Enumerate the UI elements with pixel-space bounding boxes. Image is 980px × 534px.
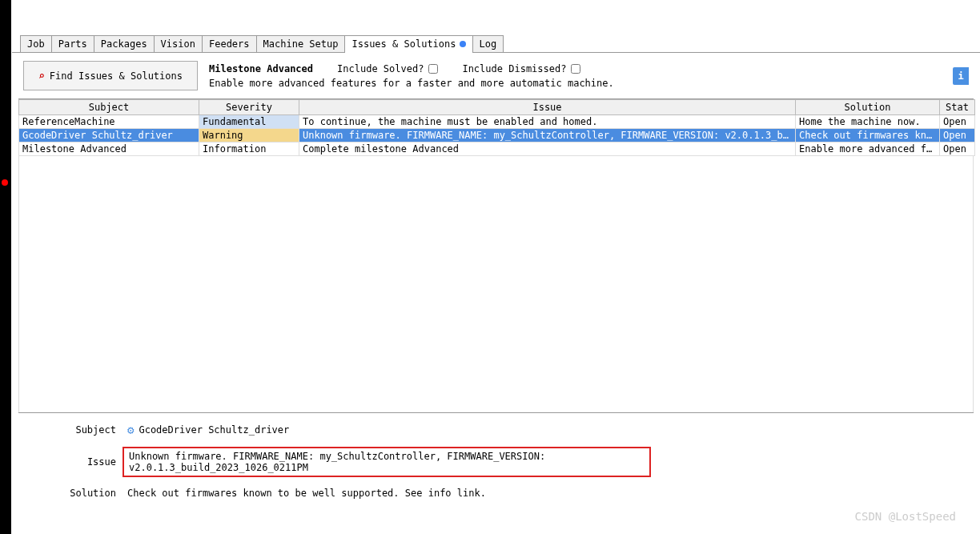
main-area: Job Parts Packages Vision Feeders Machin… [12,0,980,534]
include-dismissed-checkbox[interactable] [571,64,580,74]
include-dismissed-label: Include Dismissed? [462,63,566,74]
detail-subject-value: ⚙ GcodeDriver Schultz_driver [122,421,974,439]
include-solved-check[interactable]: Include Solved? [337,63,438,74]
search-icon: ⌕ [38,70,45,82]
table-row[interactable]: Milestone AdvancedInformationComplete mi… [19,143,975,156]
tab-feeders[interactable]: Feeders [202,35,257,52]
tab-vision[interactable]: Vision [154,35,203,52]
col-subject[interactable]: Subject [19,100,199,115]
cell-status: Open [940,115,975,129]
detail-issue-label: Issue [18,456,122,468]
col-issue[interactable]: Issue [299,100,796,115]
cell-solution: Check out firmwares known ... [796,129,940,143]
table-row[interactable]: GcodeDriver Schultz_driverWarningUnknown… [19,129,975,143]
detail-subject-text: GcodeDriver Schultz_driver [139,424,289,436]
issues-table: Subject Severity Issue Solution Stat Ref… [18,99,975,156]
table-row[interactable]: ReferenceMachineFundamentalTo continue, … [19,115,975,129]
include-solved-checkbox[interactable] [428,64,438,74]
watermark: CSDN @LostSpeed [855,510,956,523]
cell-subject: ReferenceMachine [19,115,199,129]
tab-log[interactable]: Log [472,35,504,52]
include-solved-label: Include Solved? [337,63,424,74]
cell-solution: Home the machine now. [796,115,940,129]
detail-issue-value: Unknown firmware. FIRMWARE_NAME: my_Schu… [122,447,651,477]
cell-severity: Information [199,143,299,156]
tab-packages[interactable]: Packages [94,35,155,52]
tab-bar: Job Parts Packages Vision Feeders Machin… [12,35,980,53]
tab-parts[interactable]: Parts [51,35,94,52]
cell-issue: Complete milestone Advanced [299,143,796,156]
detail-panel: Subject ⚙ GcodeDriver Schultz_driver Iss… [18,412,974,501]
cell-solution: Enable more advanced featu... [796,143,940,156]
detail-solution-label: Solution [18,488,122,499]
cell-issue: Unknown firmware. FIRMWARE_NAME: my_Schu… [299,129,796,143]
col-solution[interactable]: Solution [796,100,940,115]
include-dismissed-check[interactable]: Include Dismissed? [462,63,580,74]
col-status[interactable]: Stat [940,100,975,115]
col-severity[interactable]: Severity [199,100,299,115]
milestone-label: Milestone Advanced [209,63,313,74]
status-dot-icon [460,41,466,47]
cell-severity: Warning [199,129,299,143]
top-space [12,0,980,35]
tab-label: Issues & Solutions [351,38,456,50]
cell-status: Open [940,143,975,156]
find-issues-button[interactable]: ⌕ Find Issues & Solutions [23,61,198,90]
cell-issue: To continue, the machine must be enabled… [299,115,796,129]
find-button-label: Find Issues & Solutions [50,70,183,82]
left-sidebar-strip [0,0,11,534]
cell-status: Open [940,129,975,143]
table-empty-area [18,156,974,412]
detail-subject-label: Subject [18,424,122,436]
issues-table-wrap: Subject Severity Issue Solution Stat Ref… [18,98,974,412]
table-header-row: Subject Severity Issue Solution Stat [19,100,975,115]
tab-job[interactable]: Job [20,35,52,52]
cell-severity: Fundamental [199,115,299,129]
cell-subject: Milestone Advanced [19,143,199,156]
tab-issues-solutions[interactable]: Issues & Solutions [344,35,472,52]
milestone-description: Enable more advanced features for a fast… [209,78,942,89]
cell-subject: GcodeDriver Schultz_driver [19,129,199,143]
toolbar: ⌕ Find Issues & Solutions Milestone Adva… [12,53,980,98]
detail-solution-value: Check out firmwares known to be well sup… [122,485,974,501]
info-button[interactable]: i [953,67,969,85]
tab-machine-setup[interactable]: Machine Setup [256,35,346,52]
gear-icon: ⚙ [127,424,134,436]
milestone-group: Milestone Advanced Include Solved? Inclu… [209,63,942,89]
